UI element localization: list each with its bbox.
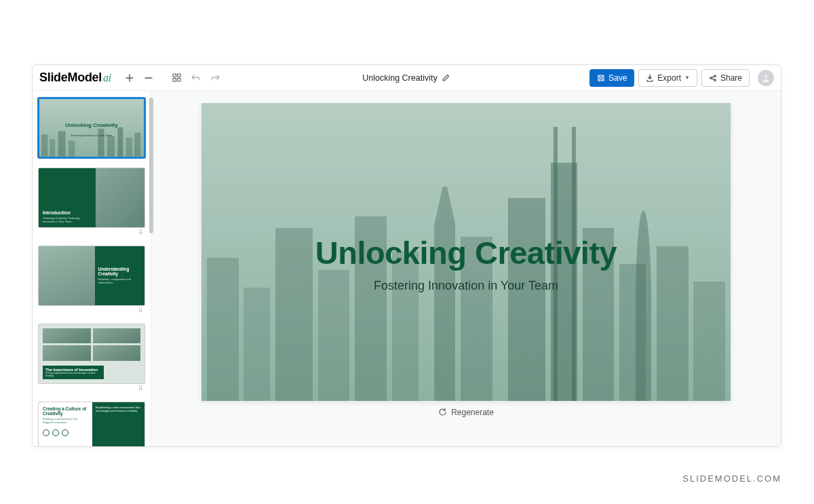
thumbnail-slide-2[interactable]: Introduction Unlocking Creativity: Foste… bbox=[38, 168, 145, 228]
export-button[interactable]: Export ▼ bbox=[638, 69, 697, 87]
thumb-handle-icon[interactable]: ⠿ bbox=[38, 384, 145, 392]
svg-rect-1 bbox=[178, 74, 181, 77]
svg-point-5 bbox=[714, 75, 716, 77]
thumb-subtitle: Building an Environment that Supports In… bbox=[43, 417, 88, 424]
slide-title[interactable]: Unlocking Creativity bbox=[201, 234, 731, 271]
thumbnail-slide-4[interactable]: The Importance of Innovation Driving org… bbox=[38, 324, 145, 384]
thumb-right-text: Establishing a work environment that enc… bbox=[92, 402, 144, 447]
save-label: Save bbox=[608, 73, 627, 83]
chevron-down-icon: ▼ bbox=[684, 75, 690, 81]
thumbnail-slide-1[interactable]: Unlocking Creativity Fostering Innovatio… bbox=[38, 98, 145, 158]
svg-rect-13 bbox=[107, 136, 115, 157]
svg-rect-9 bbox=[50, 139, 55, 157]
scrollbar[interactable] bbox=[149, 98, 153, 233]
add-slide-button[interactable] bbox=[122, 71, 137, 85]
regenerate-label: Regenerate bbox=[451, 408, 494, 417]
undo-button[interactable] bbox=[189, 71, 204, 85]
slide-thumbnail-panel[interactable]: Unlocking Creativity Fostering Innovatio… bbox=[33, 91, 151, 446]
slide-subtitle[interactable]: Fostering Innovation in Your Team bbox=[201, 279, 731, 293]
thumbnail-slide-3[interactable]: Understanding Creativity Definition, com… bbox=[38, 246, 145, 306]
svg-rect-8 bbox=[41, 134, 47, 157]
svg-rect-0 bbox=[173, 74, 176, 77]
editor-body: Unlocking Creativity Fostering Innovatio… bbox=[33, 91, 781, 446]
svg-point-6 bbox=[714, 79, 716, 81]
svg-point-4 bbox=[710, 77, 712, 79]
svg-rect-11 bbox=[69, 141, 75, 157]
thumb-handle-icon[interactable]: ⠿ bbox=[38, 306, 145, 314]
document-title: Unlocking Creativity bbox=[362, 73, 437, 83]
thumbnail-item[interactable]: Introduction Unlocking Creativity: Foste… bbox=[38, 168, 145, 236]
thumbnail-item[interactable]: Unlocking Creativity Fostering Innovatio… bbox=[38, 98, 145, 158]
svg-point-7 bbox=[764, 75, 767, 77]
thumb-title: Introduction bbox=[43, 210, 92, 215]
document-title-wrap[interactable]: Unlocking Creativity bbox=[227, 73, 585, 83]
redo-button[interactable] bbox=[208, 71, 222, 85]
logo-main: SlideModel bbox=[39, 71, 102, 85]
grid-view-button[interactable] bbox=[170, 71, 185, 85]
refresh-icon bbox=[438, 408, 447, 416]
save-button[interactable]: Save bbox=[589, 69, 634, 87]
thumbnail-slide-5[interactable]: Creating a Culture of Creativity Buildin… bbox=[38, 402, 145, 447]
thumb-subtitle: Fostering Innovation in Your Team bbox=[39, 134, 144, 137]
logo-suffix: ai bbox=[103, 72, 111, 84]
thumb-handle-icon[interactable]: ⠿ bbox=[38, 228, 145, 236]
thumbnail-item[interactable]: The Importance of Innovation Driving org… bbox=[38, 324, 145, 392]
svg-rect-14 bbox=[118, 128, 123, 157]
topbar: SlideModel ai Unlocking Creativity Save bbox=[33, 65, 781, 91]
thumb-subtitle: Definition, components and antecedents bbox=[98, 277, 141, 284]
user-avatar[interactable] bbox=[758, 70, 774, 86]
svg-rect-3 bbox=[178, 79, 181, 82]
app-logo: SlideModel ai bbox=[39, 71, 111, 85]
thumb-subtitle: Driving organizational success through c… bbox=[45, 372, 101, 377]
export-label: Export bbox=[657, 73, 681, 83]
share-button[interactable]: Share bbox=[701, 69, 750, 87]
svg-rect-2 bbox=[173, 79, 176, 82]
thumb-subtitle: Unlocking Creativity: Fostering Innovati… bbox=[43, 216, 92, 223]
thumbnail-item[interactable]: Creating a Culture of Creativity Buildin… bbox=[38, 402, 145, 447]
remove-slide-button[interactable] bbox=[141, 71, 156, 85]
app-frame: SlideModel ai Unlocking Creativity Save bbox=[32, 64, 781, 447]
svg-rect-15 bbox=[126, 138, 132, 157]
regenerate-button[interactable]: Regenerate bbox=[438, 408, 494, 417]
thumb-title: Creating a Culture of Creativity bbox=[43, 406, 88, 416]
thumb-title: Understanding Creativity bbox=[98, 267, 141, 276]
slide-canvas[interactable]: Unlocking Creativity Fostering Innovatio… bbox=[201, 103, 731, 401]
thumb-title: Unlocking Creativity bbox=[39, 122, 144, 128]
canvas-area: Unlocking Creativity Fostering Innovatio… bbox=[151, 91, 781, 446]
watermark: SLIDEMODEL.COM bbox=[682, 473, 781, 484]
thumbnail-item[interactable]: Understanding Creativity Definition, com… bbox=[38, 246, 145, 314]
edit-title-icon[interactable] bbox=[442, 74, 450, 82]
share-label: Share bbox=[720, 73, 742, 83]
